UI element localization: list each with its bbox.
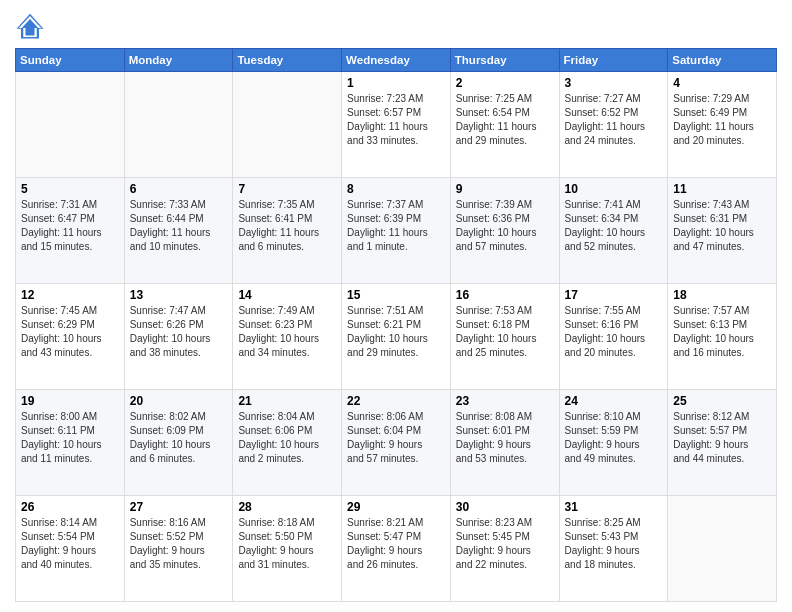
day-number: 5 <box>21 182 119 196</box>
day-number: 30 <box>456 500 554 514</box>
calendar-cell: 11Sunrise: 7:43 AM Sunset: 6:31 PM Dayli… <box>668 178 777 284</box>
day-number: 14 <box>238 288 336 302</box>
day-info: Sunrise: 8:18 AM Sunset: 5:50 PM Dayligh… <box>238 516 336 572</box>
calendar-cell <box>668 496 777 602</box>
weekday-header-row: SundayMondayTuesdayWednesdayThursdayFrid… <box>16 49 777 72</box>
day-info: Sunrise: 7:43 AM Sunset: 6:31 PM Dayligh… <box>673 198 771 254</box>
day-info: Sunrise: 7:51 AM Sunset: 6:21 PM Dayligh… <box>347 304 445 360</box>
day-info: Sunrise: 8:10 AM Sunset: 5:59 PM Dayligh… <box>565 410 663 466</box>
day-number: 3 <box>565 76 663 90</box>
day-number: 26 <box>21 500 119 514</box>
day-number: 6 <box>130 182 228 196</box>
calendar-table: SundayMondayTuesdayWednesdayThursdayFrid… <box>15 48 777 602</box>
weekday-header-sunday: Sunday <box>16 49 125 72</box>
day-number: 24 <box>565 394 663 408</box>
day-number: 11 <box>673 182 771 196</box>
logo <box>15 10 49 40</box>
weekday-header-saturday: Saturday <box>668 49 777 72</box>
calendar-week-5: 26Sunrise: 8:14 AM Sunset: 5:54 PM Dayli… <box>16 496 777 602</box>
calendar-cell: 23Sunrise: 8:08 AM Sunset: 6:01 PM Dayli… <box>450 390 559 496</box>
calendar-cell: 9Sunrise: 7:39 AM Sunset: 6:36 PM Daylig… <box>450 178 559 284</box>
calendar-cell <box>16 72 125 178</box>
day-number: 20 <box>130 394 228 408</box>
day-number: 28 <box>238 500 336 514</box>
day-number: 31 <box>565 500 663 514</box>
calendar-cell: 18Sunrise: 7:57 AM Sunset: 6:13 PM Dayli… <box>668 284 777 390</box>
day-number: 7 <box>238 182 336 196</box>
day-number: 13 <box>130 288 228 302</box>
calendar-week-1: 1Sunrise: 7:23 AM Sunset: 6:57 PM Daylig… <box>16 72 777 178</box>
calendar-cell: 17Sunrise: 7:55 AM Sunset: 6:16 PM Dayli… <box>559 284 668 390</box>
day-info: Sunrise: 8:04 AM Sunset: 6:06 PM Dayligh… <box>238 410 336 466</box>
page: SundayMondayTuesdayWednesdayThursdayFrid… <box>0 0 792 612</box>
day-number: 25 <box>673 394 771 408</box>
calendar-cell: 3Sunrise: 7:27 AM Sunset: 6:52 PM Daylig… <box>559 72 668 178</box>
day-info: Sunrise: 7:45 AM Sunset: 6:29 PM Dayligh… <box>21 304 119 360</box>
calendar-cell: 4Sunrise: 7:29 AM Sunset: 6:49 PM Daylig… <box>668 72 777 178</box>
day-number: 12 <box>21 288 119 302</box>
day-number: 16 <box>456 288 554 302</box>
calendar-cell: 8Sunrise: 7:37 AM Sunset: 6:39 PM Daylig… <box>342 178 451 284</box>
calendar-cell: 20Sunrise: 8:02 AM Sunset: 6:09 PM Dayli… <box>124 390 233 496</box>
day-info: Sunrise: 7:55 AM Sunset: 6:16 PM Dayligh… <box>565 304 663 360</box>
calendar-cell: 27Sunrise: 8:16 AM Sunset: 5:52 PM Dayli… <box>124 496 233 602</box>
day-info: Sunrise: 8:00 AM Sunset: 6:11 PM Dayligh… <box>21 410 119 466</box>
calendar-cell: 25Sunrise: 8:12 AM Sunset: 5:57 PM Dayli… <box>668 390 777 496</box>
day-number: 22 <box>347 394 445 408</box>
day-number: 18 <box>673 288 771 302</box>
day-info: Sunrise: 8:12 AM Sunset: 5:57 PM Dayligh… <box>673 410 771 466</box>
day-number: 29 <box>347 500 445 514</box>
weekday-header-monday: Monday <box>124 49 233 72</box>
day-number: 8 <box>347 182 445 196</box>
calendar-cell: 1Sunrise: 7:23 AM Sunset: 6:57 PM Daylig… <box>342 72 451 178</box>
day-number: 21 <box>238 394 336 408</box>
calendar-cell: 28Sunrise: 8:18 AM Sunset: 5:50 PM Dayli… <box>233 496 342 602</box>
day-number: 27 <box>130 500 228 514</box>
day-info: Sunrise: 8:02 AM Sunset: 6:09 PM Dayligh… <box>130 410 228 466</box>
day-info: Sunrise: 8:06 AM Sunset: 6:04 PM Dayligh… <box>347 410 445 466</box>
calendar-cell: 31Sunrise: 8:25 AM Sunset: 5:43 PM Dayli… <box>559 496 668 602</box>
logo-icon <box>15 10 45 40</box>
calendar-cell: 14Sunrise: 7:49 AM Sunset: 6:23 PM Dayli… <box>233 284 342 390</box>
calendar-cell <box>124 72 233 178</box>
calendar-cell: 24Sunrise: 8:10 AM Sunset: 5:59 PM Dayli… <box>559 390 668 496</box>
day-info: Sunrise: 7:29 AM Sunset: 6:49 PM Dayligh… <box>673 92 771 148</box>
day-info: Sunrise: 7:23 AM Sunset: 6:57 PM Dayligh… <box>347 92 445 148</box>
day-info: Sunrise: 7:33 AM Sunset: 6:44 PM Dayligh… <box>130 198 228 254</box>
day-info: Sunrise: 8:16 AM Sunset: 5:52 PM Dayligh… <box>130 516 228 572</box>
calendar-cell: 10Sunrise: 7:41 AM Sunset: 6:34 PM Dayli… <box>559 178 668 284</box>
day-info: Sunrise: 7:53 AM Sunset: 6:18 PM Dayligh… <box>456 304 554 360</box>
day-info: Sunrise: 7:49 AM Sunset: 6:23 PM Dayligh… <box>238 304 336 360</box>
day-info: Sunrise: 8:21 AM Sunset: 5:47 PM Dayligh… <box>347 516 445 572</box>
calendar-cell: 15Sunrise: 7:51 AM Sunset: 6:21 PM Dayli… <box>342 284 451 390</box>
day-number: 19 <box>21 394 119 408</box>
calendar-cell: 30Sunrise: 8:23 AM Sunset: 5:45 PM Dayli… <box>450 496 559 602</box>
calendar-cell: 21Sunrise: 8:04 AM Sunset: 6:06 PM Dayli… <box>233 390 342 496</box>
calendar-cell: 26Sunrise: 8:14 AM Sunset: 5:54 PM Dayli… <box>16 496 125 602</box>
day-info: Sunrise: 7:57 AM Sunset: 6:13 PM Dayligh… <box>673 304 771 360</box>
calendar-cell: 29Sunrise: 8:21 AM Sunset: 5:47 PM Dayli… <box>342 496 451 602</box>
weekday-header-wednesday: Wednesday <box>342 49 451 72</box>
day-info: Sunrise: 8:08 AM Sunset: 6:01 PM Dayligh… <box>456 410 554 466</box>
calendar-cell: 19Sunrise: 8:00 AM Sunset: 6:11 PM Dayli… <box>16 390 125 496</box>
calendar-week-2: 5Sunrise: 7:31 AM Sunset: 6:47 PM Daylig… <box>16 178 777 284</box>
day-info: Sunrise: 7:31 AM Sunset: 6:47 PM Dayligh… <box>21 198 119 254</box>
day-info: Sunrise: 8:25 AM Sunset: 5:43 PM Dayligh… <box>565 516 663 572</box>
day-info: Sunrise: 7:47 AM Sunset: 6:26 PM Dayligh… <box>130 304 228 360</box>
day-info: Sunrise: 7:37 AM Sunset: 6:39 PM Dayligh… <box>347 198 445 254</box>
weekday-header-tuesday: Tuesday <box>233 49 342 72</box>
calendar-cell: 5Sunrise: 7:31 AM Sunset: 6:47 PM Daylig… <box>16 178 125 284</box>
day-info: Sunrise: 7:35 AM Sunset: 6:41 PM Dayligh… <box>238 198 336 254</box>
day-info: Sunrise: 7:27 AM Sunset: 6:52 PM Dayligh… <box>565 92 663 148</box>
header <box>15 10 777 40</box>
day-number: 23 <box>456 394 554 408</box>
calendar-week-4: 19Sunrise: 8:00 AM Sunset: 6:11 PM Dayli… <box>16 390 777 496</box>
calendar-cell: 13Sunrise: 7:47 AM Sunset: 6:26 PM Dayli… <box>124 284 233 390</box>
day-info: Sunrise: 7:41 AM Sunset: 6:34 PM Dayligh… <box>565 198 663 254</box>
day-number: 2 <box>456 76 554 90</box>
day-number: 10 <box>565 182 663 196</box>
weekday-header-thursday: Thursday <box>450 49 559 72</box>
day-number: 4 <box>673 76 771 90</box>
calendar-week-3: 12Sunrise: 7:45 AM Sunset: 6:29 PM Dayli… <box>16 284 777 390</box>
day-info: Sunrise: 7:25 AM Sunset: 6:54 PM Dayligh… <box>456 92 554 148</box>
